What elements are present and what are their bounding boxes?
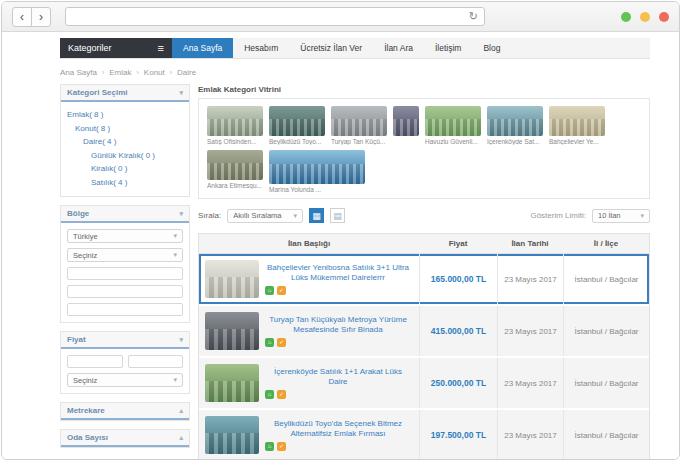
window-dot-green[interactable]	[621, 12, 631, 22]
category-label: Daire	[83, 137, 102, 146]
agency-badge-icon: ⌂	[265, 442, 274, 451]
listing-thumbnail[interactable]	[205, 364, 259, 402]
price-min-input[interactable]	[67, 355, 123, 368]
showcase-item[interactable]: İçerenköyde Sat...	[487, 106, 543, 145]
price-panel: Fiyat ▾ Seçiniz ▾	[60, 331, 190, 394]
listing-price-cell: 250.000,00 TL	[419, 358, 497, 408]
back-button[interactable]: ‹	[12, 7, 32, 27]
limit-select[interactable]: 10 İlan ▾	[592, 209, 650, 223]
showcase-caption: Marina Yolunda ...	[269, 186, 365, 193]
table-row[interactable]: Beylikdüzü Toyo'da Seçenek Bitmez Altern…	[199, 410, 649, 460]
breadcrumb-daire[interactable]: Daire	[177, 68, 196, 77]
main-area: Emlak Kategori Vitrini Satış Ofisinden..…	[198, 84, 650, 460]
header-title: İlan Başlığı	[199, 239, 419, 248]
price-max-input[interactable]	[128, 355, 184, 368]
tab-ilan-ara[interactable]: İlan Ara	[373, 38, 424, 58]
breadcrumb-ana-sayfa[interactable]: Ana Sayfa	[60, 68, 97, 77]
sort-select[interactable]: Akıllı Sıralama ▾	[227, 209, 303, 223]
listing-badges: ⌂ ✓	[265, 286, 411, 295]
region-input-2[interactable]	[67, 285, 183, 298]
showcase-row-2: Ankara Etimesgu... Marina Yolunda ...	[207, 150, 641, 193]
region-input-1[interactable]	[67, 267, 183, 280]
listing-date-cell: 23 Mayıs 2017	[497, 358, 563, 408]
category-item-kiralik[interactable]: Kiralık( 0 )	[67, 162, 183, 176]
listing-title-link[interactable]: İçerenköyde Satılık 1+1 Arakat Lüks Dair…	[265, 367, 411, 388]
listing-thumbnail[interactable]	[205, 416, 259, 454]
sqm-panel-header[interactable]: Metrekare ▴	[61, 403, 189, 420]
categories-button[interactable]: Kategoriler ≡	[60, 38, 172, 58]
category-item-satilik[interactable]: Satılık( 4 )	[67, 176, 183, 190]
country-select[interactable]: Türkiye ▾	[67, 229, 183, 243]
currency-select[interactable]: Seçiniz ▾	[67, 373, 183, 387]
tab-ucretsiz-ilan-ver[interactable]: Ücretsiz İlan Ver	[289, 38, 373, 58]
browser-window: ‹ › ↻ Kategoriler ≡ Ana Sayfa Hesabım Üc…	[1, 1, 680, 460]
showcase-item[interactable]	[393, 106, 419, 138]
category-count: ( 4 )	[102, 137, 116, 146]
listing-thumbnail[interactable]	[205, 260, 259, 298]
tab-hesabim[interactable]: Hesabım	[233, 38, 289, 58]
tab-iletisim[interactable]: İletişim	[424, 38, 472, 58]
listing-badges: ⌂ ✓	[265, 442, 411, 451]
listing-title-cell: İçerenköyde Satılık 1+1 Arakat Lüks Dair…	[199, 358, 419, 408]
rooms-panel-header[interactable]: Oda Sayısı ▴	[61, 430, 189, 447]
category-item-emlak[interactable]: Emlak( 8 )	[67, 108, 183, 122]
listing-date-cell: 23 Mayıs 2017	[497, 306, 563, 356]
listing-location-cell: İstanbul / Bağcılar	[563, 358, 649, 408]
showcase-item[interactable]: Satış Ofisinden...	[207, 106, 263, 145]
listing-title-cell: Beylikdüzü Toyo'da Seçenek Bitmez Altern…	[199, 410, 419, 460]
table-header: İlan Başlığı Fiyat İlan Tarihi İl / İlçe	[199, 234, 649, 254]
list-view-button[interactable]: ▤	[330, 208, 345, 223]
listing-location-cell: İstanbul / Bağcılar	[563, 306, 649, 356]
category-label: Konut	[75, 124, 96, 133]
region-panel-body: Türkiye ▾ Seçiniz ▾	[61, 223, 189, 322]
listing-thumbnail[interactable]	[205, 312, 259, 350]
property-thumbnail	[269, 106, 325, 136]
price-panel-header[interactable]: Fiyat ▾	[61, 332, 189, 349]
table-row[interactable]: İçerenköyde Satılık 1+1 Arakat Lüks Dair…	[199, 358, 649, 410]
chevron-up-icon: ▴	[179, 434, 183, 442]
refresh-icon[interactable]: ↻	[469, 10, 478, 23]
back-icon: ‹	[20, 10, 24, 24]
tab-ana-sayfa[interactable]: Ana Sayfa	[172, 38, 233, 58]
category-item-konut[interactable]: Konut( 8 )	[67, 122, 183, 136]
listing-title-link[interactable]: Turyap Tan Küçükyalı Metroya Yürüme Mesa…	[265, 315, 411, 336]
breadcrumb-emlak[interactable]: Emlak	[109, 68, 131, 77]
region-input-3[interactable]	[67, 303, 183, 316]
category-panel: Kategori Seçimi ▾ Emlak( 8 ) Konut( 8 ) …	[60, 84, 190, 197]
table-row[interactable]: Turyap Tan Küçükyalı Metroya Yürüme Mesa…	[199, 306, 649, 358]
table-row[interactable]: Bahçelievler Yenibosna Satılık 3+1 Ultra…	[199, 254, 649, 306]
currency-select-value: Seçiniz	[73, 376, 97, 385]
content: Kategori Seçimi ▾ Emlak( 8 ) Konut( 8 ) …	[60, 84, 650, 460]
city-select[interactable]: Seçiniz ▾	[67, 248, 183, 262]
listing-title-link[interactable]: Bahçelievler Yenibosna Satılık 3+1 Ultra…	[265, 263, 411, 284]
category-count: ( 4 )	[113, 178, 127, 187]
showcase-box: Satış Ofisinden... Beylikdüzü Toyo... Tu…	[198, 98, 650, 199]
limit-select-value: 10 İlan	[598, 211, 621, 220]
forward-button[interactable]: ›	[31, 7, 51, 27]
sqm-panel-title: Metrekare	[67, 406, 105, 415]
listing-title-wrap: Bahçelievler Yenibosna Satılık 3+1 Ultra…	[265, 263, 411, 296]
showcase-item[interactable]: Turyap Tan Küçü...	[331, 106, 387, 145]
price-panel-title: Fiyat	[67, 335, 86, 344]
window-dot-yellow[interactable]	[640, 12, 650, 22]
category-count: ( 8 )	[89, 110, 103, 119]
category-item-daire[interactable]: Daire( 4 )	[67, 135, 183, 149]
listing-price-cell: 165.000,00 TL	[419, 254, 497, 304]
sort-bar: Sırala: Akıllı Sıralama ▾ ▦ ▤ Gösterim L…	[198, 208, 650, 223]
window-dot-red[interactable]	[659, 12, 669, 22]
showcase-item[interactable]: Ankara Etimesgu...	[207, 150, 263, 189]
showcase-item[interactable]: Havuzlu Güvenli...	[425, 106, 481, 145]
url-input[interactable]	[72, 11, 469, 23]
showcase-caption: Ankara Etimesgu...	[207, 182, 263, 189]
tab-blog[interactable]: Blog	[472, 38, 511, 58]
category-panel-header[interactable]: Kategori Seçimi ▾	[61, 85, 189, 102]
listing-title-link[interactable]: Beylikdüzü Toyo'da Seçenek Bitmez Altern…	[265, 419, 411, 440]
showcase-item[interactable]: Marina Yolunda ...	[269, 150, 365, 193]
region-panel-header[interactable]: Bölge ▾	[61, 206, 189, 223]
url-bar[interactable]: ↻	[65, 7, 485, 26]
breadcrumb-konut[interactable]: Konut	[144, 68, 165, 77]
showcase-item[interactable]: Bahçelievler Ye...	[549, 106, 605, 145]
category-item-gunluk-kiralik[interactable]: Günlük Kiralık( 0 )	[67, 149, 183, 163]
showcase-item[interactable]: Beylikdüzü Toyo...	[269, 106, 325, 145]
grid-view-button[interactable]: ▦	[309, 208, 324, 223]
